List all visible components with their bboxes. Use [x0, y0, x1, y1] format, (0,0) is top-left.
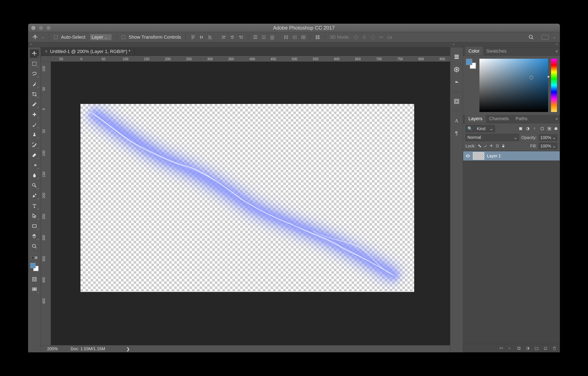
history-brush-tool[interactable]: [30, 141, 39, 149]
foreground-background-colors[interactable]: [30, 263, 39, 271]
eyedropper-tool[interactable]: [30, 100, 39, 109]
horizontal-ruler[interactable]: 5005010015020025030035040045050055060065…: [51, 56, 450, 62]
type-tool[interactable]: [30, 201, 39, 210]
canvas[interactable]: [81, 104, 414, 292]
paths-tab[interactable]: Paths: [512, 114, 531, 123]
libraries-panel-icon[interactable]: [453, 98, 460, 104]
vertical-ruler[interactable]: 10050050100150200250300350400450: [41, 62, 51, 345]
styles-panel-icon[interactable]: [453, 79, 460, 85]
workspace-switcher[interactable]: [542, 35, 549, 40]
filter-smartobject-icon[interactable]: [547, 126, 551, 131]
distribute-hcenter-icon[interactable]: [292, 35, 297, 40]
close-window-button[interactable]: [31, 26, 36, 30]
collapse-mid-icon[interactable]: «: [453, 42, 454, 47]
layer-filter-kind-dropdown[interactable]: 🔍Kind⌄: [465, 125, 495, 132]
threed-roll-icon[interactable]: [362, 35, 367, 40]
lock-all-icon[interactable]: [501, 144, 505, 148]
history-panel-icon[interactable]: [453, 54, 460, 60]
layer-thumbnail[interactable]: [473, 152, 484, 160]
minimize-window-button[interactable]: [39, 26, 43, 30]
filter-pixel-icon[interactable]: [518, 126, 523, 131]
distribute-bottom-icon[interactable]: [270, 35, 275, 40]
lock-position-icon[interactable]: [490, 144, 494, 148]
swatches-tab[interactable]: Swatches: [483, 47, 510, 56]
filter-adjustment-icon[interactable]: [526, 126, 530, 131]
crop-tool[interactable]: [30, 90, 39, 98]
auto-select-checkbox[interactable]: [54, 35, 58, 39]
collapse-left-icon[interactable]: «: [30, 42, 32, 47]
color-panel-swatches[interactable]: [466, 59, 476, 112]
hand-tool[interactable]: [30, 232, 39, 240]
new-layer-icon[interactable]: [543, 346, 548, 350]
layer-group-icon[interactable]: [535, 346, 539, 350]
layer-item[interactable]: Layer 1: [463, 151, 560, 161]
align-left-icon[interactable]: [221, 35, 226, 40]
auto-select-target-dropdown[interactable]: Layer ⌄: [90, 34, 112, 41]
rectangle-tool[interactable]: [30, 222, 39, 230]
status-menu-arrow-icon[interactable]: ❯: [126, 346, 130, 352]
adjustment-layer-icon[interactable]: [526, 346, 530, 350]
color-picker-indicator[interactable]: [529, 76, 533, 79]
auto-align-icon[interactable]: [315, 35, 320, 40]
screen-mode-toggle[interactable]: [30, 285, 39, 294]
clone-stamp-tool[interactable]: [30, 131, 39, 139]
layer-list[interactable]: Layer 1: [463, 151, 560, 344]
adjustments-panel-icon[interactable]: [453, 66, 460, 73]
align-bottom-icon[interactable]: [207, 35, 212, 40]
quick-mask-toggle[interactable]: [30, 275, 39, 283]
align-right-icon[interactable]: [238, 35, 243, 40]
lock-artboard-icon[interactable]: [495, 144, 499, 148]
threed-pan-icon[interactable]: [370, 35, 375, 40]
distribute-top-icon[interactable]: [253, 35, 258, 40]
opacity-value[interactable]: 100% ⌄: [539, 134, 557, 141]
pen-tool[interactable]: [30, 191, 39, 200]
eraser-tool[interactable]: [30, 151, 39, 159]
filter-type-icon[interactable]: T: [533, 126, 537, 131]
canvas-viewport[interactable]: [51, 62, 450, 345]
layers-panel-menu-icon[interactable]: ≡: [556, 117, 558, 121]
healing-brush-tool[interactable]: [30, 110, 39, 119]
threed-camera-icon[interactable]: [387, 35, 392, 40]
threed-slide-icon[interactable]: [379, 35, 384, 40]
brush-tool[interactable]: [30, 120, 39, 129]
layer-mask-icon[interactable]: [517, 346, 521, 350]
character-panel-icon[interactable]: A: [453, 117, 460, 124]
search-icon[interactable]: [528, 34, 534, 40]
filter-shape-icon[interactable]: [540, 126, 544, 131]
doc-size[interactable]: Doc: 1.03M/1.15M: [71, 346, 105, 351]
marquee-tool[interactable]: [30, 60, 39, 68]
delete-layer-icon[interactable]: [552, 346, 556, 350]
align-top-icon[interactable]: [190, 35, 196, 40]
collapse-right-icon[interactable]: »: [556, 42, 558, 47]
dodge-tool[interactable]: [30, 181, 39, 190]
zoom-tool[interactable]: [30, 242, 39, 251]
hue-slider[interactable]: [551, 59, 557, 112]
filter-toggle[interactable]: [554, 127, 557, 130]
close-tab-icon[interactable]: ×: [45, 49, 48, 54]
zoom-level[interactable]: 200%: [47, 346, 58, 351]
magic-wand-tool[interactable]: [30, 80, 39, 88]
paragraph-panel-icon[interactable]: ¶: [453, 130, 460, 136]
zoom-window-button[interactable]: [46, 26, 51, 30]
path-selection-tool[interactable]: [30, 212, 39, 220]
lock-pixels-icon[interactable]: [484, 144, 487, 148]
channels-tab[interactable]: Channels: [486, 114, 512, 123]
color-tab[interactable]: Color: [465, 47, 483, 56]
distribute-left-icon[interactable]: [284, 35, 289, 40]
layer-visibility-icon[interactable]: [465, 153, 470, 158]
foreground-color-swatch[interactable]: [30, 263, 36, 268]
blur-tool[interactable]: [30, 171, 39, 179]
distribute-vcenter-icon[interactable]: [261, 35, 266, 40]
blend-mode-dropdown[interactable]: Normal⌄: [465, 134, 519, 141]
distribute-right-icon[interactable]: [301, 35, 306, 40]
foreground-color-chip[interactable]: [466, 59, 472, 65]
show-transform-checkbox[interactable]: [121, 35, 125, 39]
align-vcenter-icon[interactable]: [199, 35, 204, 40]
document-tab[interactable]: × Untitled-1 @ 200% (Layer 1, RGB/8*) *: [41, 47, 135, 56]
link-layers-icon[interactable]: [499, 346, 503, 350]
layer-name[interactable]: Layer 1: [487, 154, 501, 158]
fill-value[interactable]: 100% ⌄: [539, 143, 557, 149]
lock-transparency-icon[interactable]: [478, 144, 482, 148]
move-tool[interactable]: [30, 49, 39, 58]
lasso-tool[interactable]: [30, 70, 39, 78]
